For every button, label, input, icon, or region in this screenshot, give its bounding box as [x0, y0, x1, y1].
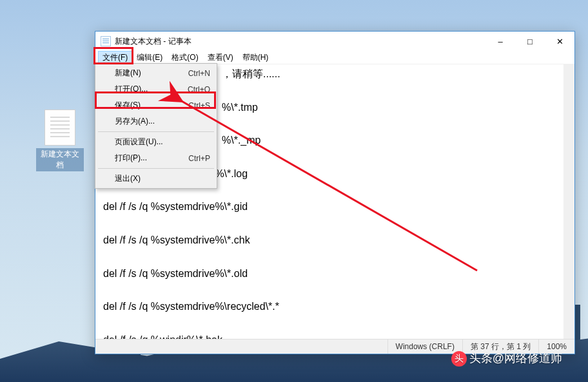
menu-item-label: 退出(X) [115, 173, 210, 184]
menu-item-label: 打开(O)... [115, 84, 188, 95]
menu-view[interactable]: 查看(V) [203, 51, 238, 64]
file-menu-dropdown: 新建(N)Ctrl+N打开(O)...Ctrl+O保存(S)Ctrl+S另存为(… [95, 63, 217, 189]
menu-item-另存为a[interactable]: 另存为(A)... [97, 113, 215, 129]
scrollbar-up[interactable] [564, 64, 574, 75]
menu-item-label: 打印(P)... [115, 153, 188, 164]
menu-item-退出x[interactable]: 退出(X) [97, 171, 215, 187]
desktop-file-icon[interactable]: 新建文本文档 [36, 110, 84, 171]
titlebar[interactable]: 新建文本文档 - 记事本 – □ ✕ [95, 32, 574, 51]
watermark: 头头条@网络修道师 [451, 350, 562, 367]
menu-item-打印p[interactable]: 打印(P)...Ctrl+P [97, 150, 215, 166]
editor-line: del /f /s /q %systemdrive%\*.gid [98, 198, 561, 215]
notepad-app-icon [101, 36, 111, 46]
menu-item-新建n[interactable]: 新建(N)Ctrl+N [97, 65, 215, 81]
menu-format[interactable]: 格式(O) [167, 51, 202, 64]
editor-line: del /f /s /q %systemdrive%\*.chk [98, 232, 561, 249]
minimize-button[interactable]: – [485, 32, 515, 51]
desktop-file-label: 新建文本文档 [36, 148, 84, 171]
menu-edit[interactable]: 编辑(E) [132, 51, 167, 64]
menu-item-label: 页面设置(U)... [115, 137, 210, 148]
menu-item-label: 保存(S) [115, 100, 188, 111]
toutiao-logo-icon: 头 [451, 351, 467, 367]
menu-item-打开o[interactable]: 打开(O)...Ctrl+O [97, 81, 215, 97]
menu-item-shortcut: Ctrl+S [188, 101, 210, 110]
menu-file[interactable]: 文件(F) [98, 51, 132, 64]
menu-item-label: 另存为(A)... [115, 116, 210, 127]
maximize-button[interactable]: □ [515, 32, 545, 51]
menu-help[interactable]: 帮助(H) [238, 51, 273, 64]
close-button[interactable]: ✕ [545, 32, 574, 51]
menubar: 文件(F) 编辑(E) 格式(O) 查看(V) 帮助(H) [95, 51, 574, 64]
menu-item-shortcut: Ctrl+N [188, 69, 210, 78]
menu-item-shortcut: Ctrl+P [188, 154, 210, 163]
window-title: 新建文本文档 - 记事本 [115, 36, 485, 47]
editor-line: del /f /s /q %systemdrive%\*.old [98, 265, 561, 282]
menu-item-页面设置u[interactable]: 页面设置(U)... [97, 134, 215, 150]
menu-item-label: 新建(N) [115, 68, 188, 79]
textfile-icon [44, 110, 75, 146]
editor-line: del /f /s /q %windir%\*.bak [98, 332, 561, 339]
menu-item-shortcut: Ctrl+O [188, 85, 210, 94]
menu-item-保存s[interactable]: 保存(S)Ctrl+S [97, 97, 215, 113]
editor-line: del /f /s /q %systemdrive%\recycled\*.* [98, 298, 561, 315]
